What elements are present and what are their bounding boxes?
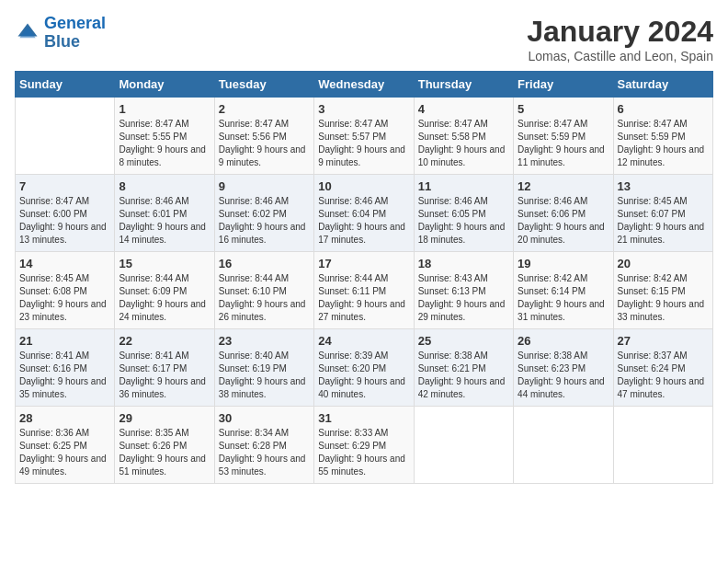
header-day-tuesday: Tuesday	[214, 72, 313, 98]
cell-info: Sunrise: 8:39 AMSunset: 6:20 PMDaylight:…	[318, 350, 409, 401]
day-number: 18	[418, 257, 509, 270]
day-number: 8	[119, 179, 210, 193]
week-row-3: 21Sunrise: 8:41 AMSunset: 6:16 PMDayligh…	[16, 329, 713, 407]
cell-info: Sunrise: 8:35 AMSunset: 6:26 PMDaylight:…	[119, 427, 210, 478]
calendar-cell: 1Sunrise: 8:47 AMSunset: 5:55 PMDaylight…	[115, 98, 214, 175]
header-day-saturday: Saturday	[613, 72, 712, 98]
cell-info: Sunrise: 8:46 AMSunset: 6:01 PMDaylight:…	[119, 195, 210, 247]
calendar-cell	[414, 407, 513, 484]
calendar-cell: 25Sunrise: 8:38 AMSunset: 6:21 PMDayligh…	[414, 329, 513, 407]
calendar-cell	[514, 407, 613, 484]
calendar-cell: 31Sunrise: 8:33 AMSunset: 6:29 PMDayligh…	[314, 407, 414, 484]
cell-info: Sunrise: 8:41 AMSunset: 6:17 PMDaylight:…	[119, 350, 210, 401]
day-number: 13	[618, 179, 709, 193]
calendar-header: SundayMondayTuesdayWednesdayThursdayFrid…	[16, 72, 713, 98]
day-number: 6	[618, 102, 709, 116]
day-number: 23	[219, 334, 310, 348]
calendar-cell: 20Sunrise: 8:42 AMSunset: 6:15 PMDayligh…	[613, 252, 712, 329]
day-number: 14	[19, 257, 110, 270]
calendar-cell: 3Sunrise: 8:47 AMSunset: 5:57 PMDaylight…	[314, 98, 414, 175]
calendar-cell: 16Sunrise: 8:44 AMSunset: 6:10 PMDayligh…	[214, 252, 313, 329]
page-header: General Blue January 2024 Lomas, Castill…	[15, 15, 713, 63]
day-number: 15	[119, 257, 210, 270]
day-number: 24	[318, 334, 409, 348]
header-day-monday: Monday	[115, 72, 214, 98]
cell-info: Sunrise: 8:47 AMSunset: 5:55 PMDaylight:…	[119, 118, 210, 169]
cell-info: Sunrise: 8:44 AMSunset: 6:10 PMDaylight:…	[219, 272, 310, 324]
day-number: 25	[418, 334, 509, 348]
calendar-cell: 28Sunrise: 8:36 AMSunset: 6:25 PMDayligh…	[16, 407, 115, 484]
day-number: 17	[318, 257, 409, 270]
cell-info: Sunrise: 8:47 AMSunset: 5:58 PMDaylight:…	[418, 118, 509, 169]
calendar-cell: 4Sunrise: 8:47 AMSunset: 5:58 PMDaylight…	[414, 98, 513, 175]
day-number: 27	[618, 334, 709, 348]
logo-text: General Blue	[44, 15, 106, 52]
calendar-cell: 13Sunrise: 8:45 AMSunset: 6:07 PMDayligh…	[613, 175, 712, 252]
calendar-cell: 22Sunrise: 8:41 AMSunset: 6:17 PMDayligh…	[115, 329, 214, 407]
cell-info: Sunrise: 8:38 AMSunset: 6:21 PMDaylight:…	[418, 350, 509, 401]
cell-info: Sunrise: 8:47 AMSunset: 5:57 PMDaylight:…	[318, 118, 409, 169]
week-row-1: 7Sunrise: 8:47 AMSunset: 6:00 PMDaylight…	[16, 175, 713, 252]
day-number: 16	[219, 257, 310, 270]
calendar-table: SundayMondayTuesdayWednesdayThursdayFrid…	[15, 71, 713, 484]
cell-info: Sunrise: 8:36 AMSunset: 6:25 PMDaylight:…	[19, 427, 110, 478]
cell-info: Sunrise: 8:44 AMSunset: 6:11 PMDaylight:…	[318, 272, 409, 324]
day-number: 9	[219, 179, 310, 193]
day-number: 19	[518, 257, 609, 270]
logo: General Blue	[15, 15, 106, 52]
cell-info: Sunrise: 8:42 AMSunset: 6:15 PMDaylight:…	[618, 272, 709, 324]
day-number: 26	[518, 334, 609, 348]
week-row-2: 14Sunrise: 8:45 AMSunset: 6:08 PMDayligh…	[16, 252, 713, 329]
day-number: 3	[318, 102, 409, 116]
calendar-cell: 26Sunrise: 8:38 AMSunset: 6:23 PMDayligh…	[514, 329, 613, 407]
calendar-cell: 19Sunrise: 8:42 AMSunset: 6:14 PMDayligh…	[514, 252, 613, 329]
day-number: 7	[19, 179, 110, 193]
calendar-cell: 15Sunrise: 8:44 AMSunset: 6:09 PMDayligh…	[115, 252, 214, 329]
cell-info: Sunrise: 8:47 AMSunset: 5:56 PMDaylight:…	[219, 118, 310, 169]
location-subtitle: Lomas, Castille and Leon, Spain	[527, 49, 713, 63]
cell-info: Sunrise: 8:38 AMSunset: 6:23 PMDaylight:…	[518, 350, 609, 401]
calendar-cell: 24Sunrise: 8:39 AMSunset: 6:20 PMDayligh…	[314, 329, 414, 407]
day-number: 22	[119, 334, 210, 348]
cell-info: Sunrise: 8:47 AMSunset: 5:59 PMDaylight:…	[618, 118, 709, 169]
cell-info: Sunrise: 8:47 AMSunset: 5:59 PMDaylight:…	[518, 118, 609, 169]
calendar-cell: 10Sunrise: 8:46 AMSunset: 6:04 PMDayligh…	[314, 175, 414, 252]
month-title: January 2024	[527, 15, 713, 49]
cell-info: Sunrise: 8:46 AMSunset: 6:05 PMDaylight:…	[418, 195, 509, 247]
day-number: 2	[219, 102, 310, 116]
week-row-4: 28Sunrise: 8:36 AMSunset: 6:25 PMDayligh…	[16, 407, 713, 484]
day-number: 5	[518, 102, 609, 116]
cell-info: Sunrise: 8:45 AMSunset: 6:07 PMDaylight:…	[618, 195, 709, 247]
header-day-thursday: Thursday	[414, 72, 513, 98]
day-number: 1	[119, 102, 210, 116]
calendar-cell: 12Sunrise: 8:46 AMSunset: 6:06 PMDayligh…	[514, 175, 613, 252]
calendar-cell: 27Sunrise: 8:37 AMSunset: 6:24 PMDayligh…	[613, 329, 712, 407]
cell-info: Sunrise: 8:47 AMSunset: 6:00 PMDaylight:…	[19, 195, 110, 247]
calendar-cell: 5Sunrise: 8:47 AMSunset: 5:59 PMDaylight…	[514, 98, 613, 175]
calendar-cell: 6Sunrise: 8:47 AMSunset: 5:59 PMDaylight…	[613, 98, 712, 175]
calendar-cell: 7Sunrise: 8:47 AMSunset: 6:00 PMDaylight…	[16, 175, 115, 252]
calendar-cell: 14Sunrise: 8:45 AMSunset: 6:08 PMDayligh…	[16, 252, 115, 329]
title-block: January 2024 Lomas, Castille and Leon, S…	[527, 15, 713, 63]
calendar-cell: 30Sunrise: 8:34 AMSunset: 6:28 PMDayligh…	[214, 407, 313, 484]
day-number: 30	[219, 411, 310, 425]
cell-info: Sunrise: 8:46 AMSunset: 6:02 PMDaylight:…	[219, 195, 310, 247]
calendar-cell: 9Sunrise: 8:46 AMSunset: 6:02 PMDaylight…	[214, 175, 313, 252]
cell-info: Sunrise: 8:41 AMSunset: 6:16 PMDaylight:…	[19, 350, 110, 401]
week-row-0: 1Sunrise: 8:47 AMSunset: 5:55 PMDaylight…	[16, 98, 713, 175]
calendar-cell: 2Sunrise: 8:47 AMSunset: 5:56 PMDaylight…	[214, 98, 313, 175]
calendar-cell: 8Sunrise: 8:46 AMSunset: 6:01 PMDaylight…	[115, 175, 214, 252]
day-number: 10	[318, 179, 409, 193]
calendar-cell: 18Sunrise: 8:43 AMSunset: 6:13 PMDayligh…	[414, 252, 513, 329]
calendar-cell	[16, 98, 115, 175]
cell-info: Sunrise: 8:46 AMSunset: 6:06 PMDaylight:…	[518, 195, 609, 247]
header-day-sunday: Sunday	[16, 72, 115, 98]
calendar-cell: 21Sunrise: 8:41 AMSunset: 6:16 PMDayligh…	[16, 329, 115, 407]
cell-info: Sunrise: 8:40 AMSunset: 6:19 PMDaylight:…	[219, 350, 310, 401]
day-number: 11	[418, 179, 509, 193]
cell-info: Sunrise: 8:45 AMSunset: 6:08 PMDaylight:…	[19, 272, 110, 324]
day-number: 12	[518, 179, 609, 193]
cell-info: Sunrise: 8:33 AMSunset: 6:29 PMDaylight:…	[318, 427, 409, 478]
logo-icon	[15, 20, 40, 46]
cell-info: Sunrise: 8:37 AMSunset: 6:24 PMDaylight:…	[618, 350, 709, 401]
